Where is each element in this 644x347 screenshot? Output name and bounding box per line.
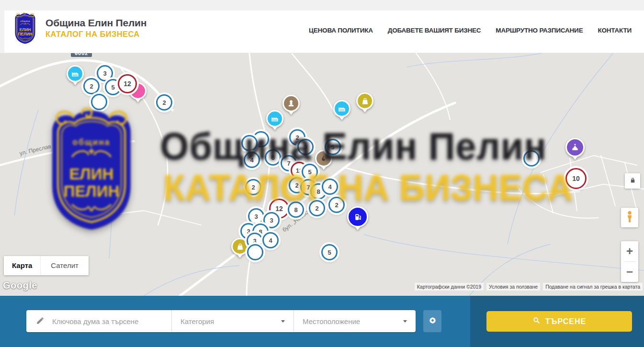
cluster-marker[interactable]: 2	[156, 94, 172, 111]
fuel-icon	[347, 206, 368, 227]
google-logo[interactable]: Google	[3, 280, 37, 291]
pin-marker-factory[interactable]	[333, 100, 350, 123]
search-button-label: ТЪРСЕНЕ	[545, 317, 586, 326]
shopping-bag-icon	[231, 238, 249, 255]
keyword-input[interactable]	[51, 317, 168, 326]
cluster-marker[interactable]: 10	[565, 168, 587, 189]
cluster-marker[interactable]: 2	[309, 200, 325, 216]
report-error-link[interactable]: Подаване на сигнал за грешка в картата	[543, 283, 643, 291]
site-title: Община Елин Пелин	[45, 17, 147, 28]
cluster-marker[interactable]	[523, 150, 540, 167]
svg-text:община: община	[20, 20, 30, 22]
pin-marker-factory[interactable]	[67, 65, 84, 88]
logo-text: Община Елин Пелин КАТАЛОГ НА БИЗНЕСА	[45, 12, 147, 39]
cluster-marker[interactable]: 5	[302, 164, 318, 180]
nav-item-route-schedule[interactable]: МАРШРУТНО РАЗПИСАНИЕ	[496, 27, 583, 34]
road-number-shield: 6002	[71, 53, 92, 57]
location-select[interactable]: Местоположение	[294, 310, 416, 332]
search-submit-button[interactable]: ТЪРСЕНЕ	[486, 311, 632, 332]
keyword-field-wrap	[26, 310, 171, 332]
cluster-marker[interactable]: 8	[288, 201, 304, 218]
cluster-marker[interactable]: 2	[83, 78, 100, 94]
header: община ЕЛИН ПЕЛИН Община Елин Пелин КАТА…	[0, 0, 644, 53]
map-type-control: Карта Сателит	[4, 256, 89, 275]
cluster-marker[interactable]: 4	[322, 179, 338, 195]
church-icon	[565, 138, 585, 157]
pegman-icon	[624, 210, 635, 225]
cluster-marker[interactable]	[91, 94, 107, 110]
pin-marker-worker[interactable]	[282, 95, 300, 118]
nav-item-pricing[interactable]: ЦЕНОВА ПОЛИТИКА	[309, 27, 373, 34]
location-select-label: Местоположение	[303, 317, 360, 325]
cluster-marker[interactable]: 4	[262, 232, 279, 248]
svg-text:ЕЛИН: ЕЛИН	[20, 27, 31, 32]
zoom-out-button[interactable]: −	[621, 262, 638, 282]
map-attribution: Картографски данни ©2019 Условия за полз…	[415, 283, 643, 291]
worker-icon	[282, 95, 300, 112]
main-nav: ЦЕНОВА ПОЛИТИКА ДОБАВЕТЕ ВАШИЯТ БИЗНЕС М…	[309, 11, 632, 50]
factory-icon	[333, 100, 350, 117]
cluster-marker[interactable]	[241, 135, 258, 151]
top-strip	[0, 0, 644, 11]
lock-button[interactable]	[625, 173, 640, 189]
cluster-marker[interactable]: 12	[118, 74, 137, 93]
gear-icon	[428, 315, 438, 327]
search-bar: Категория Местоположение ТЪРСЕНЕ	[0, 296, 644, 347]
left-strip	[0, 0, 4, 53]
pin-marker-shopping-bag[interactable]	[231, 238, 249, 261]
site-logo[interactable]: община ЕЛИН ПЕЛИН Община Елин Пелин КАТА…	[11, 12, 147, 45]
cluster-marker[interactable]: 2	[245, 179, 261, 195]
chevron-down-icon	[281, 320, 285, 323]
zoom-in-button[interactable]: +	[621, 241, 638, 261]
municipality-crest-icon: община ЕЛИН ПЕЛИН	[11, 12, 39, 45]
pencil-icon	[36, 316, 45, 327]
search-input-group: Категория Местоположение	[26, 310, 416, 332]
factory-icon	[67, 65, 84, 82]
terms-link[interactable]: Условия за ползване	[486, 283, 540, 291]
shopping-bag-icon	[356, 92, 373, 110]
map-canvas[interactable]: 6002ул. Преславбул. „Новосел 32512223546…	[0, 53, 644, 296]
page: община ЕЛИН ПЕЛИН Община Елин Пелин КАТА…	[0, 0, 644, 347]
cluster-marker[interactable]: 4	[244, 152, 260, 168]
cluster-marker[interactable]: 6	[265, 149, 281, 166]
chevron-down-icon	[403, 320, 407, 323]
factory-icon	[266, 110, 283, 127]
pin-marker-factory[interactable]	[266, 110, 283, 133]
cluster-marker[interactable]: 2	[328, 197, 345, 213]
site-subtitle: КАТАЛОГ НА БИЗНЕСА	[45, 30, 147, 39]
cluster-marker[interactable]: 3	[248, 208, 264, 224]
lock-icon	[629, 177, 636, 186]
zoom-control: + −	[621, 241, 638, 282]
pegman-button[interactable]	[621, 208, 638, 227]
map-type-map-button[interactable]: Карта	[4, 256, 40, 275]
pin-marker-church[interactable]	[565, 138, 585, 163]
cluster-marker[interactable]: 3	[297, 139, 314, 155]
advanced-search-button[interactable]	[423, 310, 441, 332]
category-select-label: Категория	[181, 317, 214, 325]
cluster-marker[interactable]: 5	[325, 139, 341, 155]
nav-item-add-business[interactable]: ДОБАВЕТЕ ВАШИЯТ БИЗНЕС	[388, 27, 481, 34]
svg-text:ПЕЛИН: ПЕЛИН	[18, 32, 33, 36]
pin-marker-shopping-bag[interactable]	[356, 92, 373, 115]
attribution-copyright: Картографски данни ©2019	[415, 283, 484, 291]
map-type-satellite-button[interactable]: Сателит	[40, 256, 89, 275]
nav-item-contacts[interactable]: КОНТАКТИ	[598, 27, 632, 34]
cluster-marker[interactable]	[247, 244, 263, 260]
cluster-marker[interactable]: 5	[321, 244, 338, 260]
pin-marker-fuel[interactable]	[347, 206, 368, 233]
category-select[interactable]: Категория	[171, 310, 294, 332]
search-icon	[532, 316, 541, 326]
